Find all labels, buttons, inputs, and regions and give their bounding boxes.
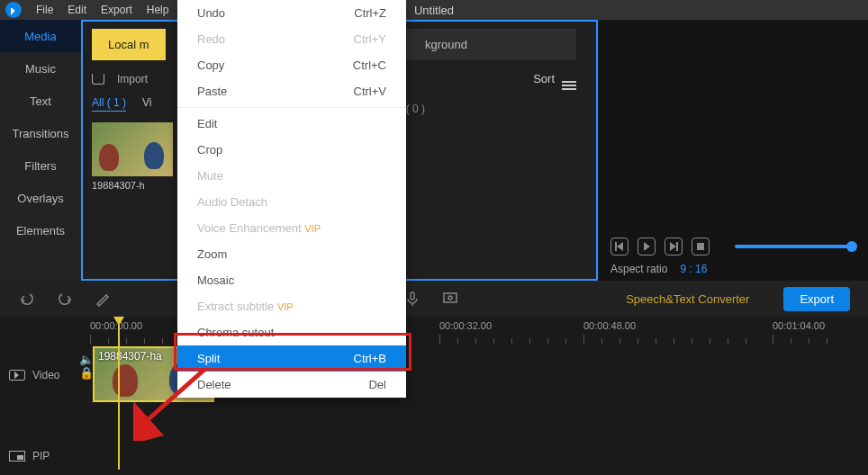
thumbnail-image (92, 122, 173, 176)
aspect-value[interactable]: 9 : 16 (680, 263, 707, 275)
import-icon (92, 74, 104, 85)
media-tab-all[interactable]: All ( 1 ) (92, 96, 126, 112)
svg-point-3 (448, 296, 452, 300)
ctx-zoom[interactable]: Zoom (177, 241, 406, 267)
ctx-crop[interactable]: Crop (177, 137, 406, 163)
sidebar-item-transitions[interactable]: Transitions (0, 117, 81, 149)
sidebar-item-overlays[interactable]: Overlays (0, 182, 81, 214)
ctx-undo[interactable]: UndoCtrl+Z (177, 0, 406, 26)
mic-icon[interactable] (403, 290, 421, 308)
import-button[interactable]: Import (117, 73, 148, 85)
ctx-paste[interactable]: PasteCtrl+V (177, 78, 406, 104)
sidebar-item-elements[interactable]: Elements (0, 214, 81, 246)
preview-panel: Aspect ratio 9 : 16 (598, 20, 868, 281)
play-button[interactable] (637, 238, 656, 255)
video-icon (9, 370, 25, 381)
sort-control[interactable]: Sort (533, 72, 576, 85)
ctx-delete[interactable]: DeleteDel (177, 372, 406, 398)
export-button[interactable]: Export (783, 287, 850, 311)
ctx-mute: Mute (177, 163, 406, 189)
list-icon (562, 72, 576, 85)
window-title: Untitled (414, 4, 454, 17)
video-track-label: Video (32, 369, 59, 381)
timecode-mark: 00:00:32.00 (439, 320, 492, 331)
ctx-extract-subtitle: Extract subtitle VIP (177, 293, 406, 319)
media-tab-video[interactable]: Vi (142, 96, 151, 112)
screen-icon[interactable] (441, 290, 459, 308)
ctx-voice-enhancement: Voice Enhancement VIP (177, 215, 406, 241)
undo-icon[interactable] (18, 290, 36, 308)
menu-export[interactable]: Export (101, 4, 132, 16)
ctx-audio-detach: Audio Detach (177, 189, 406, 215)
seek-slider[interactable] (735, 245, 852, 248)
context-menu: UndoCtrl+ZRedoCtrl+YCopyCtrl+CPasteCtrl+… (177, 0, 406, 398)
sidebar-item-music[interactable]: Music (0, 52, 81, 85)
sort-label: Sort (533, 72, 555, 85)
menu-edit[interactable]: Edit (68, 4, 86, 16)
menubar: ⏵ File Edit Export Help Untitled (0, 0, 868, 20)
sidebar-item-media[interactable]: Media (0, 20, 81, 52)
ctx-chroma-cutout[interactable]: Chroma cutout (177, 319, 406, 345)
speech-text-converter[interactable]: Speech&Text Converter (626, 292, 749, 306)
playhead[interactable] (118, 317, 120, 470)
timeline-toolbar: Speech&Text Converter Export (0, 281, 868, 317)
timecode-mark: 00:00:48.00 (583, 320, 636, 331)
svg-rect-2 (444, 293, 457, 302)
clip-label: 19884307-ha (98, 350, 162, 363)
app-logo[interactable]: ⏵ (5, 2, 22, 18)
menu-file[interactable]: File (36, 4, 53, 16)
sidebar: Media Music Text Transitions Filters Ove… (0, 20, 81, 281)
timeline: 00:00:00.00 00:00:32.00 00:00:48.00 00:0… (0, 317, 868, 474)
sidebar-item-text[interactable]: Text (0, 85, 81, 117)
ctx-mosaic[interactable]: Mosaic (177, 267, 406, 293)
pip-track-label: PIP (32, 450, 50, 462)
menu-help[interactable]: Help (147, 4, 169, 16)
background-button[interactable]: kground (405, 29, 576, 60)
timecode-mark: 00:01:04.00 (773, 320, 825, 331)
pip-icon (9, 451, 25, 462)
sidebar-item-filters[interactable]: Filters (0, 149, 81, 182)
track-controls[interactable]: 🔈🔒 (79, 353, 94, 380)
timecode-head: 00:00:00.00 (90, 320, 142, 331)
pen-icon[interactable] (94, 290, 112, 308)
ctx-split[interactable]: SplitCtrl+B (177, 345, 406, 372)
svg-rect-1 (411, 292, 414, 300)
media-thumbnail[interactable]: 19884307-h (92, 122, 173, 191)
thumbnail-caption: 19884307-h (92, 180, 173, 191)
redo-icon[interactable] (56, 290, 74, 308)
stop-button[interactable] (692, 238, 710, 255)
ctx-copy[interactable]: CopyCtrl+C (177, 52, 406, 78)
ctx-redo: RedoCtrl+Y (177, 26, 406, 52)
prev-button[interactable] (610, 238, 628, 255)
pip-track[interactable]: PIP (0, 443, 868, 470)
aspect-label: Aspect ratio (610, 263, 667, 275)
next-button[interactable] (665, 238, 683, 255)
local-media-button[interactable]: Local m (92, 29, 166, 60)
ctx-edit[interactable]: Edit (177, 111, 406, 137)
